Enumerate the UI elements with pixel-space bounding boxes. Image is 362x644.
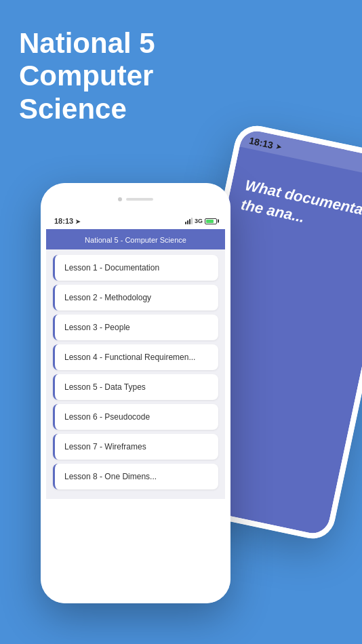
list-item[interactable]: Lesson 1 - Documentation xyxy=(53,255,218,281)
list-item[interactable]: Lesson 6 - Pseudocode xyxy=(53,404,218,430)
camera-dot xyxy=(118,197,122,201)
speaker-bar xyxy=(126,198,153,201)
signal-bars xyxy=(185,218,193,224)
phone-nav-title: National 5 - Computer Science xyxy=(85,236,186,244)
list-item[interactable]: Lesson 2 - Methodology xyxy=(53,285,218,310)
phone2-question: What documenta...the ana... xyxy=(239,176,362,242)
phone-main: 18:13 ➤ 3G National 5 - Computer Science… xyxy=(41,183,230,603)
lesson-list: Lesson 1 - Documentation Lesson 2 - Meth… xyxy=(46,249,225,499)
list-item[interactable]: Lesson 7 - Wireframes xyxy=(53,434,218,460)
phone-status-bar: 18:13 ➤ 3G xyxy=(46,210,225,229)
title-line2: Computer xyxy=(19,60,155,92)
phone2-time: 18:13 xyxy=(248,135,274,150)
battery-fill xyxy=(206,220,214,223)
battery-icon xyxy=(205,218,217,224)
list-item[interactable]: Lesson 4 - Functional Requiremen... xyxy=(53,344,218,370)
phone2-wifi-icon: ➤ xyxy=(275,142,283,152)
phone-nav-header: National 5 - Computer Science xyxy=(46,229,225,249)
phone-main-screen: 18:13 ➤ 3G National 5 - Computer Science… xyxy=(46,188,225,598)
list-item[interactable]: Lesson 3 - People xyxy=(53,315,218,340)
phone-status-icons: 3G xyxy=(185,218,217,224)
title-line3: Science xyxy=(19,93,155,125)
title-line1: National 5 xyxy=(19,27,155,60)
list-item[interactable]: Lesson 8 - One Dimens... xyxy=(53,464,218,489)
location-icon: ➤ xyxy=(75,218,81,225)
network-label: 3G xyxy=(195,218,203,224)
list-item[interactable]: Lesson 5 - Data Types xyxy=(53,374,218,400)
phone-time: 18:13 ➤ xyxy=(54,217,81,225)
app-title: National 5 Computer Science xyxy=(19,27,155,125)
phone-notch-area xyxy=(46,188,225,210)
